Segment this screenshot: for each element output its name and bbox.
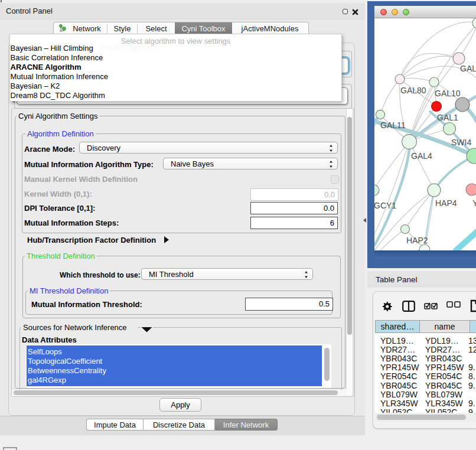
svg-text:HAP4: HAP4: [435, 198, 457, 208]
svg-text:GCY1: GCY1: [374, 201, 396, 210]
svg-text:GAL7: GAL7: [460, 64, 476, 73]
svg-text:GAL10: GAL10: [435, 89, 461, 98]
svg-text:GAL4: GAL4: [411, 151, 432, 161]
svg-text:GAL1: GAL1: [437, 113, 458, 122]
svg-text:GAL11: GAL11: [380, 120, 406, 130]
svg-text:GAL80: GAL80: [400, 86, 426, 95]
svg-text:HAP2: HAP2: [406, 236, 428, 245]
svg-text:SWI4: SWI4: [451, 138, 471, 147]
svg-text:Y: Y: [472, 198, 476, 208]
